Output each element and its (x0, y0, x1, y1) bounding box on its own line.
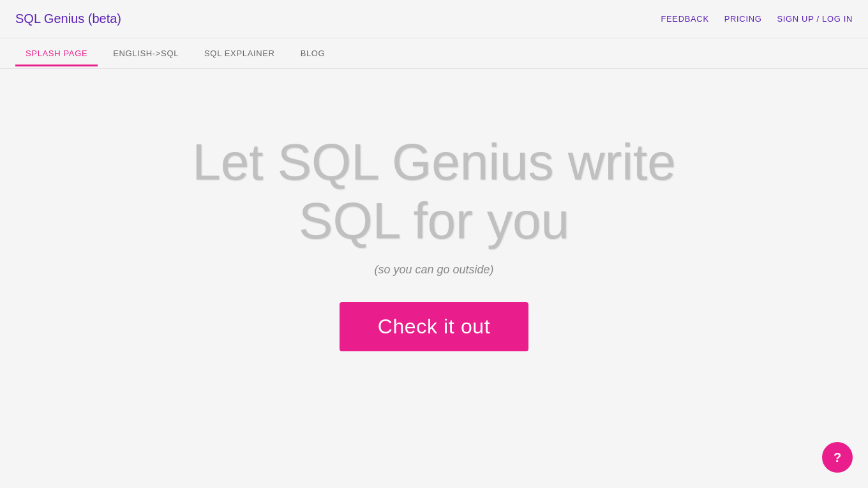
signup-link[interactable]: SIGN UP / LOG IN (777, 14, 853, 24)
tab-english-sql[interactable]: ENGLISH->SQL (103, 41, 189, 66)
header-nav: FEEDBACK PRICING SIGN UP / LOG IN (661, 14, 853, 24)
hero-subtitle: (so you can go outside) (374, 263, 493, 277)
hero-title: Let SQL Genius write SQL for you (147, 133, 721, 250)
tab-splash-page[interactable]: SPLASH PAGE (15, 41, 98, 66)
help-button[interactable]: ? (822, 442, 853, 473)
check-it-out-button[interactable]: Check it out (340, 302, 529, 351)
help-icon: ? (834, 450, 841, 465)
tab-blog[interactable]: BLOG (290, 41, 336, 66)
app-logo[interactable]: SQL Genius (beta) (15, 11, 121, 26)
header: SQL Genius (beta) FEEDBACK PRICING SIGN … (0, 0, 868, 38)
tab-sql-explainer[interactable]: SQL EXPLAINER (194, 41, 285, 66)
feedback-link[interactable]: FEEDBACK (661, 14, 708, 24)
main-content: Let SQL Genius write SQL for you (so you… (0, 69, 868, 390)
tab-navigation: SPLASH PAGE ENGLISH->SQL SQL EXPLAINER B… (0, 38, 868, 69)
pricing-link[interactable]: PRICING (724, 14, 762, 24)
